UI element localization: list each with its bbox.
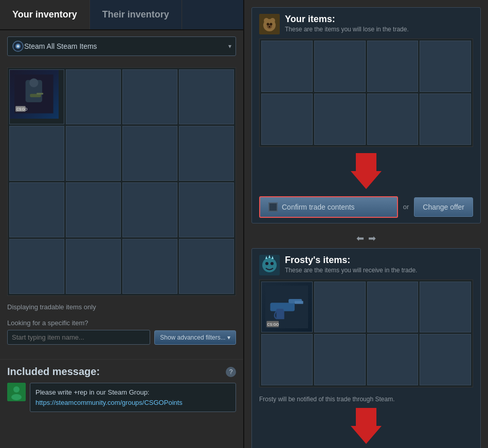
- inventory-item-2[interactable]: [66, 69, 121, 124]
- tab-your-inventory[interactable]: Your inventory: [0, 0, 90, 29]
- svg-rect-32: [277, 309, 284, 319]
- steam-logo-icon: [12, 40, 24, 52]
- filter-label: Steam All Steam Items: [24, 42, 228, 50]
- svg-point-15: [264, 18, 269, 23]
- svg-point-19: [270, 23, 273, 26]
- tab-their-inventory[interactable]: Their inventory: [90, 0, 182, 29]
- svg-point-5: [30, 79, 39, 87]
- your-items-title: Your items:: [285, 14, 473, 25]
- your-avatar: [259, 14, 280, 34]
- frosty-items-subtitle: These are the items you will receive in …: [285, 267, 473, 274]
- message-text: Please write +rep in our Steam Group: ht…: [30, 383, 236, 412]
- your-trade-item-8[interactable]: [420, 94, 471, 145]
- right-arrow-icon: ➡: [368, 233, 376, 244]
- bear-avatar-icon: [259, 14, 280, 34]
- frosty-avatar: [259, 255, 280, 275]
- your-items-subtitle: These are the items you will lose in the…: [285, 26, 473, 33]
- message-header: Included message: ?: [7, 366, 236, 378]
- search-input[interactable]: [7, 330, 150, 345]
- frosty-trade-item-8[interactable]: [420, 334, 471, 385]
- user-avatar-icon: [7, 383, 26, 401]
- inventory-item-7[interactable]: [122, 126, 177, 181]
- your-trade-item-1[interactable]: [261, 41, 313, 92]
- message-title: Included message:: [7, 366, 100, 378]
- confirm-trade-button[interactable]: Confirm trade contents: [259, 196, 398, 218]
- svg-point-12: [11, 394, 22, 400]
- notify-text: Frosty will be notified of this trade th…: [252, 394, 480, 406]
- message-section: Included message: ? Please write +rep in…: [0, 359, 243, 418]
- inventory-tabs: Your inventory Their inventory: [0, 0, 243, 30]
- frosty-trade-item-5[interactable]: [261, 334, 313, 385]
- inventory-filter[interactable]: Steam All Steam Items ▾: [7, 36, 236, 56]
- inventory-item-6[interactable]: [66, 126, 121, 181]
- svg-point-11: [13, 386, 20, 393]
- your-items-grid: [259, 39, 473, 147]
- message-link[interactable]: https://steamcommunity.com/groups/CSGOPo…: [35, 399, 183, 406]
- advanced-filters-button[interactable]: Show advanced filters... ▾: [154, 330, 236, 345]
- inventory-item-8[interactable]: [179, 126, 234, 181]
- or-text: or: [403, 203, 409, 211]
- filter-arrow-icon: ▾: [228, 43, 231, 50]
- your-items-section: Your items: These are the items you will…: [251, 7, 481, 223]
- svg-text:CS:GO: CS:GO: [267, 323, 279, 327]
- svg-point-24: [265, 262, 268, 265]
- svg-point-18: [267, 23, 269, 26]
- frosty-trade-item-4[interactable]: [420, 282, 471, 333]
- gun-item-image: CS:GO: [265, 286, 308, 328]
- confirm-checkbox: [268, 202, 278, 212]
- tradable-notice: Displaying tradable items only: [7, 303, 236, 311]
- your-trade-item-3[interactable]: [367, 41, 419, 92]
- inventory-item-16[interactable]: [179, 239, 234, 294]
- message-body: Please write +rep in our Steam Group: ht…: [7, 383, 236, 412]
- frosty-trade-item-7[interactable]: [367, 334, 419, 385]
- your-items-title-block: Your items: These are the items you will…: [285, 14, 473, 33]
- inventory-item-4[interactable]: [179, 69, 234, 124]
- left-panel: Your inventory Their inventory Steam All…: [0, 0, 244, 448]
- svg-point-16: [270, 18, 275, 23]
- svg-rect-7: [37, 93, 44, 95]
- frosty-trade-item-3[interactable]: [367, 282, 419, 333]
- red-arrow-frosty-items: [252, 408, 480, 444]
- svg-text:CS:GO: CS:GO: [17, 108, 28, 111]
- inventory-item-3[interactable]: [122, 69, 177, 124]
- message-help-button[interactable]: ?: [226, 367, 236, 377]
- svg-point-25: [270, 262, 274, 265]
- frosty-trade-item-6[interactable]: [314, 334, 366, 385]
- red-arrow-your-items: [252, 153, 480, 189]
- inventory-item-14[interactable]: [66, 239, 121, 294]
- search-section: Looking for a specific item? Show advanc…: [7, 319, 236, 345]
- svg-rect-33: [295, 301, 303, 304]
- frosty-items-header: Frosty's items: These are the items you …: [252, 249, 480, 279]
- inventory-item-11[interactable]: [122, 182, 177, 237]
- inventory-item-5[interactable]: [9, 126, 64, 181]
- message-avatar: [7, 383, 26, 401]
- left-arrow-icon: ⬅: [356, 233, 364, 244]
- your-trade-item-2[interactable]: [314, 41, 366, 92]
- svg-marker-36: [351, 408, 382, 444]
- inventory-item-13[interactable]: [9, 239, 64, 294]
- frosty-trade-item-2[interactable]: [314, 282, 366, 333]
- svg-marker-21: [351, 153, 382, 189]
- svg-point-20: [269, 26, 270, 28]
- down-arrow-icon: [351, 153, 382, 189]
- inventory-item-grid: CS:GO: [7, 67, 236, 296]
- your-trade-item-5[interactable]: [261, 94, 313, 145]
- frosty-items-title-block: Frosty's items: These are the items you …: [285, 255, 473, 274]
- your-trade-item-7[interactable]: [367, 94, 419, 145]
- search-row: Show advanced filters... ▾: [7, 330, 236, 345]
- inventory-item-10[interactable]: [66, 182, 121, 237]
- search-label: Looking for a specific item?: [7, 319, 236, 327]
- svg-point-2: [17, 45, 20, 48]
- csgo-item-image: CS:GO: [14, 74, 53, 114]
- your-trade-item-6[interactable]: [314, 94, 366, 145]
- inventory-item-9[interactable]: [9, 182, 64, 237]
- inventory-item-15[interactable]: [122, 239, 177, 294]
- change-offer-button[interactable]: Change offer: [414, 197, 473, 217]
- trade-direction-arrows: ⬅ ➡: [251, 231, 481, 248]
- inventory-item-12[interactable]: [179, 182, 234, 237]
- inventory-item-1[interactable]: CS:GO: [9, 69, 64, 124]
- frosty-avatar-icon: [259, 255, 280, 275]
- right-panel: Your items: These are the items you will…: [244, 0, 488, 448]
- frosty-trade-item-1[interactable]: CS:GO: [261, 282, 313, 333]
- your-trade-item-4[interactable]: [420, 41, 471, 92]
